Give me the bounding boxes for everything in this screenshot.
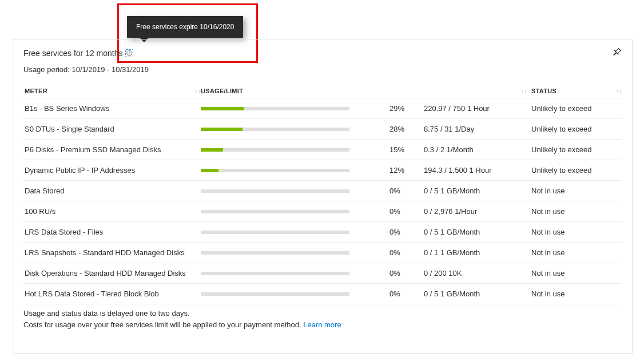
cell-meter: Dynamic Public IP - IP Addresses <box>23 166 201 174</box>
table-row: B1s - BS Series Windows29%220.97 / 750 1… <box>23 98 622 119</box>
cell-pct: 0% <box>389 269 424 277</box>
cell-limit: 0.3 / 2 1/Month <box>424 145 527 154</box>
cell-meter: Disk Operations - Standard HDD Managed D… <box>23 269 201 277</box>
panel-title: Free services for 12 months <box>23 49 123 58</box>
cell-status: Not in use <box>527 228 622 236</box>
cell-meter: LRS Data Stored - Files <box>23 228 201 236</box>
free-services-panel: Free services for 12 months Usage period… <box>13 39 633 354</box>
cell-limit: 194.3 / 1,500 1 Hour <box>424 166 527 174</box>
svg-rect-1 <box>129 53 129 54</box>
cell-status: Not in use <box>527 289 622 298</box>
cell-pct: 0% <box>389 289 424 298</box>
cell-limit: 220.97 / 750 1 Hour <box>424 104 527 113</box>
footer-text: Usage and status data is delayed one to … <box>23 308 622 330</box>
cell-status: Not in use <box>527 248 622 257</box>
cell-pct: 0% <box>389 187 424 195</box>
cell-pct: 0% <box>389 207 424 216</box>
column-header-meter[interactable]: METER ↑↓ <box>23 88 201 94</box>
cell-usage-bar <box>201 107 389 110</box>
cell-pct: 12% <box>389 166 424 174</box>
table-row: P6 Disks - Premium SSD Managed Disks15%0… <box>23 140 622 160</box>
cell-status: Not in use <box>527 207 622 216</box>
cell-limit: 0 / 1 1 GB/Month <box>424 248 527 257</box>
table-row: Hot LRS Data Stored - Tiered Block Blob0… <box>23 284 622 304</box>
cell-status: Not in use <box>527 187 622 195</box>
cell-meter: 100 RU/s <box>23 207 201 216</box>
cell-meter: P6 Disks - Premium SSD Managed Disks <box>23 145 201 154</box>
column-header-limit[interactable]: ↑↓ <box>424 88 527 94</box>
cell-meter: S0 DTUs - Single Standard <box>23 125 201 133</box>
column-header-status[interactable]: STATUS ↑↓ <box>527 88 622 94</box>
cell-limit: 0 / 5 1 GB/Month <box>424 228 527 236</box>
table-row: LRS Snapshots - Standard HDD Managed Dis… <box>23 243 622 263</box>
cell-usage-bar <box>201 251 389 255</box>
sort-icon: ↑↓ <box>194 88 201 94</box>
footer-line1: Usage and status data is delayed one to … <box>23 308 622 319</box>
cell-usage-bar <box>201 231 389 234</box>
cell-pct: 28% <box>389 125 424 133</box>
footer-line2: Costs for usage over your free services … <box>23 319 622 331</box>
cell-usage-bar <box>201 189 389 193</box>
cell-status: Unlikely to exceed <box>527 166 622 174</box>
cell-meter: B1s - BS Series Windows <box>23 104 201 113</box>
cell-usage-bar <box>201 272 389 275</box>
cell-limit: 0 / 5 1 GB/Month <box>424 289 527 298</box>
cell-pct: 15% <box>389 145 424 154</box>
usage-period-label: Usage period: 10/1/2019 - 10/31/2019 <box>23 65 622 74</box>
cell-limit: 0 / 200 10K <box>424 269 527 277</box>
cell-status: Unlikely to exceed <box>527 145 622 154</box>
panel-title-row: Free services for 12 months <box>23 47 622 58</box>
info-tooltip: Free services expire 10/16/2020 <box>127 16 243 38</box>
cell-usage-bar <box>201 128 389 131</box>
cell-status: Unlikely to exceed <box>527 125 622 133</box>
cell-pct: 29% <box>389 104 424 113</box>
cell-pct: 0% <box>389 248 424 257</box>
svg-rect-2 <box>129 51 129 52</box>
learn-more-link[interactable]: Learn more <box>303 320 341 329</box>
table-row: Data Stored0%0 / 5 1 GB/MonthNot in use <box>23 181 622 201</box>
cell-status: Unlikely to exceed <box>527 104 622 113</box>
sort-icon: ↑↓ <box>615 88 622 94</box>
table-body[interactable]: B1s - BS Series Windows29%220.97 / 750 1… <box>23 98 622 304</box>
cell-meter: Hot LRS Data Stored - Tiered Block Blob <box>23 289 201 298</box>
sort-icon: ↑↓ <box>520 88 527 94</box>
table-row: Disk Operations - Standard HDD Managed D… <box>23 263 622 284</box>
info-icon[interactable] <box>125 49 133 57</box>
cell-limit: 0 / 2,976 1/Hour <box>424 207 527 216</box>
info-tooltip-text: Free services expire 10/16/2020 <box>136 23 234 31</box>
cell-usage-bar <box>201 292 389 296</box>
cell-limit: 8.75 / 31 1/Day <box>424 125 527 133</box>
cell-status: Not in use <box>527 269 622 277</box>
cell-meter: LRS Snapshots - Standard HDD Managed Dis… <box>23 248 201 257</box>
pin-icon[interactable] <box>613 47 622 58</box>
cell-usage-bar <box>201 169 389 172</box>
table-headers: METER ↑↓ USAGE/LIMIT ↑↓ STATUS ↑↓ <box>23 84 622 98</box>
cell-usage-bar <box>201 148 389 152</box>
cell-usage-bar <box>201 210 389 213</box>
cell-pct: 0% <box>389 228 424 236</box>
cell-limit: 0 / 5 1 GB/Month <box>424 187 527 195</box>
cell-meter: Data Stored <box>23 187 201 195</box>
table-row: 100 RU/s0%0 / 2,976 1/HourNot in use <box>23 201 622 222</box>
table-row: Dynamic Public IP - IP Addresses12%194.3… <box>23 160 622 181</box>
column-header-usage-limit[interactable]: USAGE/LIMIT <box>201 88 389 94</box>
table-row: LRS Data Stored - Files0%0 / 5 1 GB/Mont… <box>23 222 622 243</box>
table-row: S0 DTUs - Single Standard28%8.75 / 31 1/… <box>23 119 622 140</box>
